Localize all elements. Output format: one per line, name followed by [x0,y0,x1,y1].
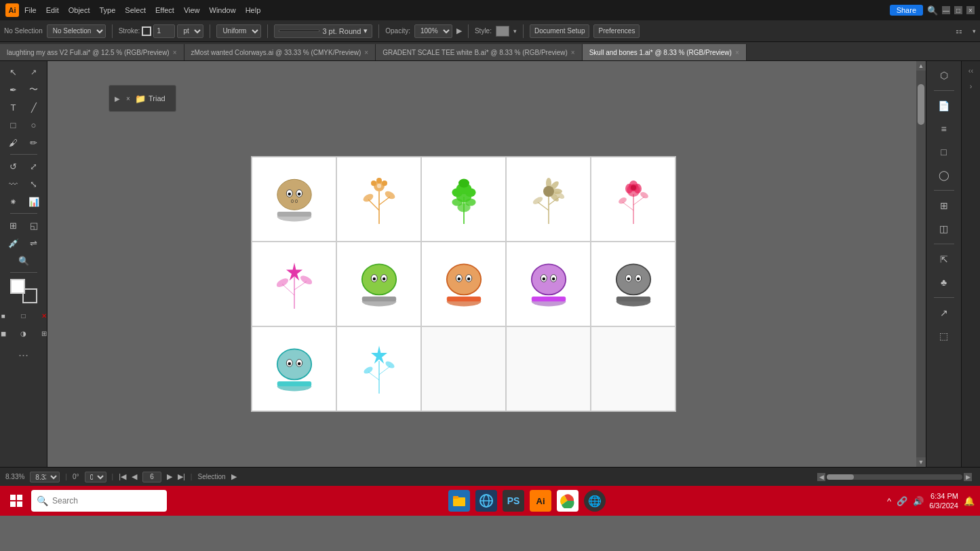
tab-3-close[interactable]: × [735,49,739,56]
gradient-tool[interactable]: ◱ [24,217,43,233]
3d-panel-button[interactable]: ⬡ [932,65,956,86]
paintbrush-tool[interactable]: 🖌 [4,134,23,151]
tab-0[interactable]: laughting my ass V2 Full.ai* @ 12.5 % (R… [0,44,184,60]
vertical-scrollbar[interactable]: ▲ ▼ [916,61,926,467]
notification-icon[interactable]: 🔔 [964,496,975,506]
style-chevron[interactable]: ▾ [513,28,517,35]
network-status-icon[interactable]: 🔗 [897,496,907,506]
tab-1[interactable]: zMost wanted Colorways.ai @ 33.33 % (CMY… [184,44,376,60]
search-bar[interactable]: 🔍 [31,490,167,512]
ellipse-tool[interactable]: ○ [24,117,43,133]
network-icon[interactable]: 🌐 [584,490,606,512]
volume-icon[interactable]: 🔊 [913,496,924,506]
windows-start-button[interactable] [5,490,27,512]
clock[interactable]: 6:34 PM 6/3/2024 [929,491,958,511]
scroll-left-button[interactable]: ◀ [817,473,825,481]
arrange-chevron[interactable]: ▾ [973,28,976,35]
tab-2-close[interactable]: × [571,49,575,56]
up-arrow-icon[interactable]: ^ [887,496,891,506]
foreground-color-swatch[interactable] [10,279,25,294]
stroke-style-select[interactable]: Uniform [216,24,261,38]
browser-icon[interactable] [475,490,497,512]
eyedropper-tool[interactable]: 💉 [4,235,23,251]
file-explorer-icon[interactable] [448,490,470,512]
solid-color-icon[interactable]: ◼ [0,325,13,341]
free-transform-tool[interactable]: ⤡ [24,176,43,192]
scroll-right-button[interactable]: ▶ [964,473,972,481]
direct-select-tool[interactable]: ↗ [24,64,43,80]
pen-tool[interactable]: ✒ [4,81,23,98]
share-button[interactable]: Share [890,5,923,16]
chrome-icon[interactable] [557,490,579,512]
menu-object[interactable]: Object [68,6,90,14]
selection-tool[interactable]: ↖ [4,64,23,80]
opacity-select[interactable]: 100% [414,24,452,38]
stroke-icon[interactable]: □ [14,307,33,324]
transform-panel-button[interactable]: ⇱ [932,249,956,269]
h-scroll-track[interactable] [827,474,962,480]
layers-panel-button[interactable]: ⊞ [932,195,956,216]
libraries-panel-button[interactable]: □ [932,142,956,162]
stroke-type-control[interactable]: 3 pt. Round ▾ [274,24,372,38]
more-tools-button[interactable]: ··· [14,347,33,363]
rotate-tool[interactable]: ↺ [4,158,23,174]
search-input[interactable] [52,496,154,506]
menu-help[interactable]: Help [246,6,261,14]
minimize-button[interactable]: — [942,6,950,14]
float-panel-close[interactable]: × [124,94,132,102]
blend-tool[interactable]: ⇌ [24,235,43,251]
mesh-tool[interactable]: ⊞ [4,217,23,233]
close-button[interactable]: × [966,6,975,14]
h-scroll-thumb[interactable] [827,474,854,480]
canvas-area[interactable]: ▶ × 📁 Triad 0 0 [47,61,926,467]
document-setup-button[interactable]: Document Setup [530,24,590,38]
scroll-down-arrow[interactable]: ▼ [916,457,926,467]
tab-3[interactable]: Skull and bones 1.ai* @ 8.33 % (RGB/Prev… [583,44,747,60]
next-artboard-button[interactable]: ▶ [167,472,172,481]
angle-select[interactable]: 0° [85,472,106,482]
zoom-tool[interactable]: 🔍 [14,252,33,269]
menu-select[interactable]: Select [125,6,146,14]
pencil-tool[interactable]: ✏ [24,134,43,151]
artboards-panel-button[interactable]: ⬚ [932,326,956,346]
menu-window[interactable]: Window [210,6,236,14]
powershell-icon[interactable]: PS [503,490,524,512]
last-artboard-button[interactable]: ▶| [178,472,185,481]
scroll-thumb[interactable] [918,84,924,125]
export-panel-button[interactable]: ↗ [932,303,956,323]
tab-2[interactable]: GRADENT SCALE TEE white B.ai* @ 8.33 % (… [376,44,583,60]
scale-tool[interactable]: ⤢ [24,158,43,174]
curvature-tool[interactable]: 〜 [24,81,43,98]
status-arrow-button[interactable]: ▶ [231,472,237,481]
collapse-panels-button[interactable]: ‹‹ [964,64,979,77]
zoom-select[interactable]: 8.33% [30,472,60,482]
properties-panel-button[interactable]: ≡ [932,119,956,139]
panel-arrow-button[interactable]: › [964,79,979,93]
symbol-sprayer[interactable]: ⁕ [4,193,23,210]
stroke-color-swatch[interactable] [142,26,151,36]
arrange-icon[interactable]: ⚏ [949,23,968,39]
stroke-unit-select[interactable]: pt [177,24,203,38]
preferences-button[interactable]: Preferences [593,24,640,38]
color-panel-button[interactable]: ◯ [932,165,956,185]
stroke-width-input[interactable] [153,24,175,38]
menu-file[interactable]: File [24,6,37,14]
maximize-button[interactable]: □ [954,6,962,14]
document-panel-button[interactable]: 📄 [932,96,956,116]
opacity-arrow[interactable]: ▶ [456,26,462,35]
type-tool[interactable]: T [4,99,23,115]
adobe-illustrator-icon[interactable]: Ai [530,490,551,512]
menu-type[interactable]: Type [100,6,116,14]
search-icon-top[interactable]: 🔍 [927,5,938,16]
menu-view[interactable]: View [184,6,200,14]
float-panel-collapse[interactable]: ▶ [113,94,121,102]
fill-icon[interactable]: ■ [0,307,13,324]
gradient-fill-icon[interactable]: ◑ [14,325,33,341]
symbols-panel-button[interactable]: ♣ [932,272,956,292]
menu-edit[interactable]: Edit [46,6,59,14]
style-swatch[interactable] [496,26,509,37]
warp-tool[interactable]: 〰 [4,176,23,192]
first-artboard-button[interactable]: |◀ [119,472,126,481]
column-chart[interactable]: 📊 [24,193,43,210]
shape-tool[interactable]: □ [4,117,23,133]
